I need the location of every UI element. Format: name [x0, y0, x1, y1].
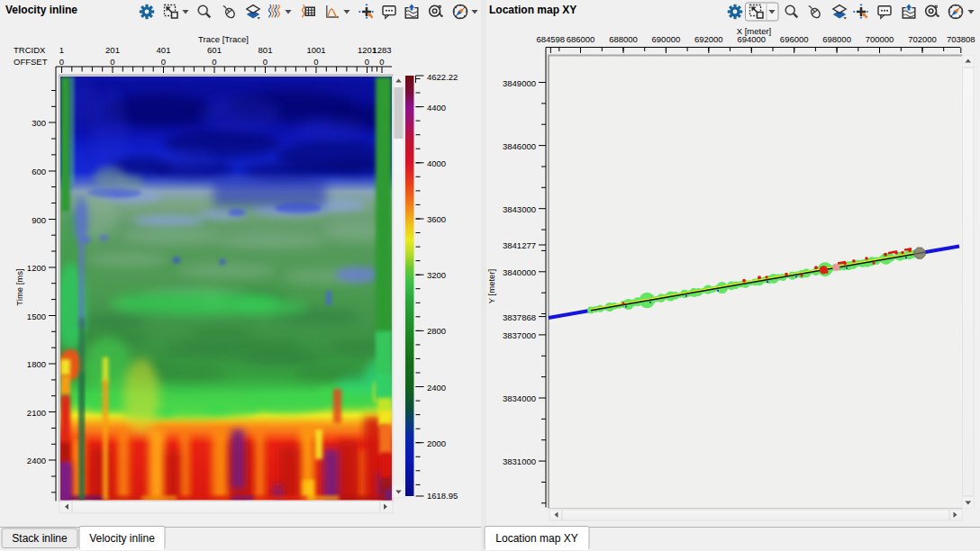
svg-text:Location map XY: Location map XY [495, 532, 577, 545]
svg-text:0: 0 [59, 57, 64, 67]
svg-text:684598: 684598 [536, 34, 565, 44]
svg-text:Time [ms]: Time [ms] [14, 268, 24, 305]
svg-text:702000: 702000 [908, 34, 937, 44]
svg-text:3600: 3600 [427, 214, 446, 224]
svg-text:3846000: 3846000 [503, 141, 536, 151]
svg-text:3840000: 3840000 [503, 267, 536, 277]
svg-text:692000: 692000 [694, 34, 723, 44]
svg-text:688000: 688000 [609, 34, 638, 44]
svg-text:Y [meter]: Y [meter] [486, 269, 496, 303]
svg-text:0: 0 [212, 57, 216, 67]
svg-text:3849000: 3849000 [503, 78, 536, 88]
svg-text:3837000: 3837000 [503, 330, 536, 340]
svg-text:1618.95: 1618.95 [427, 491, 458, 501]
svg-text:Velocity inline: Velocity inline [5, 4, 77, 16]
svg-text:694000: 694000 [737, 34, 766, 44]
svg-text:3200: 3200 [427, 270, 446, 280]
svg-text:1001: 1001 [306, 45, 325, 55]
svg-text:4000: 4000 [427, 158, 446, 168]
svg-text:OFFSET: OFFSET [14, 57, 48, 67]
svg-text:686000: 686000 [567, 34, 595, 44]
svg-text:3834000: 3834000 [503, 393, 536, 403]
svg-text:0: 0 [161, 57, 166, 67]
svg-text:0: 0 [365, 57, 369, 67]
svg-text:1500: 1500 [27, 312, 46, 321]
svg-text:2400: 2400 [427, 383, 446, 393]
svg-text:2000: 2000 [427, 438, 446, 448]
svg-text:1800: 1800 [27, 359, 46, 369]
svg-text:201: 201 [105, 45, 120, 55]
svg-text:1200: 1200 [27, 263, 46, 273]
svg-text:Location map XY: Location map XY [489, 4, 576, 16]
svg-text:401: 401 [157, 45, 171, 55]
svg-text:2100: 2100 [27, 408, 46, 418]
svg-text:4400: 4400 [427, 103, 446, 113]
svg-text:3831000: 3831000 [503, 456, 536, 466]
svg-text:690000: 690000 [652, 34, 681, 44]
svg-text:601: 601 [207, 45, 222, 55]
svg-text:4622.22: 4622.22 [427, 72, 458, 82]
svg-text:Velocity inline: Velocity inline [89, 532, 155, 545]
svg-text:698000: 698000 [822, 34, 851, 44]
svg-text:300: 300 [32, 118, 46, 128]
svg-text:696000: 696000 [780, 34, 809, 44]
svg-text:Stack inline: Stack inline [12, 532, 68, 545]
svg-text:0: 0 [263, 57, 268, 67]
svg-text:600: 600 [32, 167, 46, 176]
svg-text:2400: 2400 [27, 456, 46, 465]
svg-text:2800: 2800 [427, 326, 446, 336]
svg-text:900: 900 [32, 215, 46, 225]
svg-text:3837868: 3837868 [503, 312, 536, 322]
svg-text:3841277: 3841277 [503, 240, 536, 250]
svg-text:Trace [Trace]: Trace [Trace] [198, 34, 249, 44]
svg-text:1283: 1283 [372, 45, 391, 55]
svg-text:TRCIDX: TRCIDX [14, 45, 46, 55]
svg-text:0: 0 [313, 57, 318, 67]
svg-text:1: 1 [59, 45, 64, 55]
svg-text:700000: 700000 [866, 34, 894, 44]
svg-text:0: 0 [110, 57, 114, 67]
svg-text:801: 801 [259, 45, 273, 55]
svg-text:0: 0 [379, 57, 384, 67]
svg-text:3843000: 3843000 [503, 204, 536, 214]
svg-text:703808: 703808 [947, 34, 975, 44]
